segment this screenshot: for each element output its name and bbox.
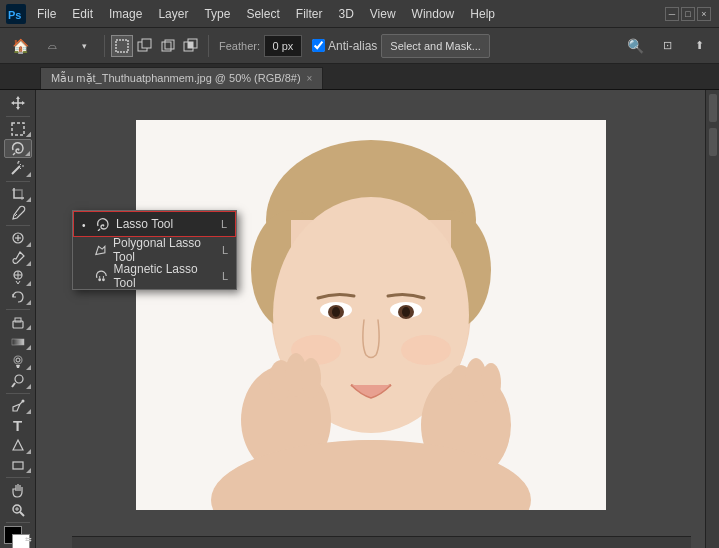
menu-3d[interactable]: 3D: [331, 4, 360, 24]
lasso-shortcut: L: [221, 218, 227, 230]
subtract-selection-btn[interactable]: [157, 35, 179, 57]
hand-tool[interactable]: [4, 481, 32, 500]
path-selection-tool[interactable]: [4, 436, 32, 455]
svg-point-45: [402, 307, 410, 317]
svg-rect-27: [13, 462, 23, 469]
close-btn[interactable]: ×: [697, 7, 711, 21]
svg-point-22: [14, 356, 22, 364]
layers-icon[interactable]: [709, 94, 717, 122]
menu-help[interactable]: Help: [463, 4, 502, 24]
svg-point-58: [102, 278, 105, 281]
menu-type[interactable]: Type: [197, 4, 237, 24]
zoom-tool[interactable]: [4, 500, 32, 519]
eyedropper-tool[interactable]: [4, 204, 32, 223]
toolbar-arrow[interactable]: ▾: [70, 32, 98, 60]
tabbar: Mẫu mặt_Thuthuatphanmem.jpg @ 50% (RGB/8…: [0, 64, 719, 90]
tab-close[interactable]: ×: [307, 73, 313, 84]
toolbar: 🏠 ⌓ ▾ Feather: Anti-alias Select and Mas…: [0, 28, 719, 64]
new-selection-btn[interactable]: [111, 35, 133, 57]
sep1: [104, 35, 105, 57]
tool-sep-6: [6, 477, 30, 478]
anti-alias-checkbox[interactable]: [312, 39, 325, 52]
type-tool[interactable]: T: [4, 416, 32, 435]
lasso-dropdown: • Lasso Tool L Polygonal Lasso Tool L Ma…: [72, 210, 237, 290]
color-swatches[interactable]: ⇆: [4, 526, 32, 545]
view-btn[interactable]: ⊡: [653, 32, 681, 60]
svg-point-51: [301, 358, 321, 398]
menu-select[interactable]: Select: [239, 4, 286, 24]
svg-line-12: [15, 214, 17, 216]
healing-tool[interactable]: [4, 229, 32, 248]
shape-tool[interactable]: [4, 456, 32, 475]
lasso-tool-label: Lasso Tool: [116, 217, 173, 231]
menu-edit[interactable]: Edit: [65, 4, 100, 24]
mag-lasso-label: Magnetic Lasso Tool: [114, 262, 216, 290]
pen-tool[interactable]: [4, 397, 32, 416]
blur-tool[interactable]: [4, 352, 32, 371]
ps-logo: Ps: [4, 2, 28, 26]
menubar: Ps File Edit Image Layer Type Select Fil…: [0, 0, 719, 28]
history-tool[interactable]: [4, 288, 32, 307]
svg-line-25: [12, 383, 15, 387]
svg-rect-9: [188, 42, 193, 48]
share-btn[interactable]: ⬆: [685, 32, 713, 60]
mag-shortcut: L: [222, 270, 228, 282]
polygonal-lasso-option[interactable]: Polygonal Lasso Tool L: [73, 237, 236, 263]
sep2: [208, 35, 209, 57]
document-tab[interactable]: Mẫu mặt_Thuthuatphanmem.jpg @ 50% (RGB/8…: [40, 67, 323, 89]
menu-filter[interactable]: Filter: [289, 4, 330, 24]
svg-point-23: [16, 358, 20, 362]
feather-input[interactable]: [264, 35, 302, 57]
svg-point-55: [481, 363, 501, 403]
tool-sep-7: [6, 522, 30, 523]
clone-tool[interactable]: [4, 268, 32, 287]
magnetic-lasso-option[interactable]: Magnetic Lasso Tool L: [73, 263, 236, 289]
dodge-tool[interactable]: [4, 372, 32, 391]
horizontal-scrollbar[interactable]: [72, 536, 691, 548]
magic-wand-tool[interactable]: [4, 159, 32, 178]
menu-window[interactable]: Window: [405, 4, 462, 24]
intersect-selection-btn[interactable]: [180, 35, 202, 57]
selection-mode-btns: [111, 35, 202, 57]
brush-tool[interactable]: [4, 249, 32, 268]
right-panel: [705, 90, 719, 548]
crop-tool[interactable]: [4, 184, 32, 203]
select-mask-btn[interactable]: Select and Mask...: [381, 34, 490, 58]
tool-sep-1: [6, 116, 30, 117]
svg-rect-5: [162, 42, 171, 51]
svg-point-47: [401, 335, 451, 365]
swap-colors[interactable]: ⇆: [25, 535, 32, 544]
lasso-tool[interactable]: [4, 139, 32, 158]
gradient-tool[interactable]: [4, 332, 32, 351]
restore-btn[interactable]: □: [681, 7, 695, 21]
poly-lasso-label: Polygonal Lasso Tool: [113, 236, 216, 264]
svg-rect-21: [12, 339, 24, 345]
anti-alias-label: Anti-alias: [328, 39, 377, 53]
eraser-tool[interactable]: [4, 313, 32, 332]
lasso-bullet: •: [82, 220, 90, 228]
add-selection-btn[interactable]: [134, 35, 156, 57]
svg-rect-10: [12, 123, 24, 135]
adjustments-icon[interactable]: [709, 128, 717, 156]
lasso-shape-btn[interactable]: ⌓: [38, 32, 66, 60]
left-toolbar: T ⇆: [0, 90, 36, 548]
rect-select-tool[interactable]: [4, 119, 32, 138]
menu-view[interactable]: View: [363, 4, 403, 24]
menu-file[interactable]: File: [30, 4, 63, 24]
svg-line-29: [20, 512, 24, 516]
poly-bullet: [81, 246, 88, 254]
menu-layer[interactable]: Layer: [151, 4, 195, 24]
lasso-tool-option[interactable]: • Lasso Tool L: [73, 211, 236, 237]
search-btn[interactable]: 🔍: [621, 32, 649, 60]
svg-text:Ps: Ps: [8, 9, 21, 21]
canvas-area: • Lasso Tool L Polygonal Lasso Tool L Ma…: [36, 90, 705, 548]
tool-sep-2: [6, 181, 30, 182]
svg-point-24: [15, 375, 23, 383]
svg-point-26: [21, 400, 24, 403]
anti-alias-area: Anti-alias: [312, 39, 377, 53]
minimize-btn[interactable]: ─: [665, 7, 679, 21]
move-tool[interactable]: [4, 94, 32, 113]
menu-image[interactable]: Image: [102, 4, 149, 24]
lasso-icon: [96, 217, 110, 231]
home-btn[interactable]: 🏠: [6, 32, 34, 60]
